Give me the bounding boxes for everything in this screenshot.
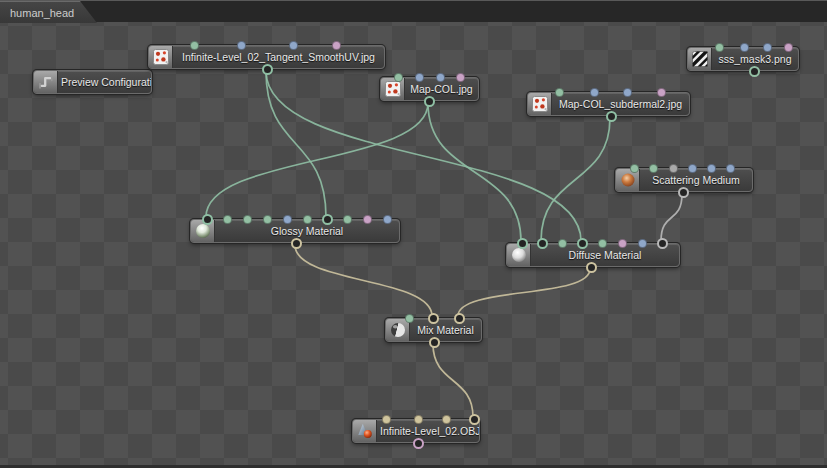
image-texture-icon (528, 93, 552, 115)
output-pin[interactable] (586, 262, 597, 273)
node-diffuse-material[interactable]: Diffuse Material (506, 243, 680, 267)
output-pin[interactable] (424, 96, 435, 107)
input-pin[interactable] (577, 238, 588, 249)
input-pin[interactable] (598, 239, 607, 248)
input-pin[interactable] (202, 214, 213, 225)
nodes-layer: Preview ConfigurationInfinite-Level_02_T… (0, 0, 827, 468)
node-glossy-material[interactable]: Glossy Material (190, 219, 400, 243)
output-pin[interactable] (291, 238, 302, 249)
input-pin[interactable] (558, 239, 567, 248)
input-pin[interactable] (517, 238, 528, 249)
output-pin[interactable] (749, 66, 760, 77)
input-pin[interactable] (243, 215, 252, 224)
node-title: Mix Material (410, 319, 481, 341)
node-preview-configuration[interactable]: Preview Configuration (33, 70, 152, 94)
input-pin[interactable] (688, 164, 697, 173)
input-pin[interactable] (638, 239, 647, 248)
input-pin[interactable] (623, 88, 632, 97)
node-obj-mesh[interactable]: Infinite-Level_02.OBJ (352, 419, 480, 443)
input-pin[interactable] (363, 215, 372, 224)
input-pin[interactable] (537, 238, 548, 249)
input-pin[interactable] (415, 73, 424, 82)
input-pin[interactable] (223, 215, 232, 224)
node-scattering-medium[interactable]: Scattering Medium (615, 168, 753, 192)
greyscale-image-icon (688, 48, 712, 70)
input-pin[interactable] (454, 313, 465, 324)
input-pin[interactable] (289, 41, 298, 50)
input-pin[interactable] (343, 215, 352, 224)
input-pin[interactable] (784, 43, 793, 52)
input-pin[interactable] (442, 415, 451, 424)
input-pin[interactable] (740, 43, 749, 52)
node-map-col[interactable]: Map-COL.jpg (380, 77, 479, 101)
input-pin[interactable] (657, 238, 668, 249)
input-pin[interactable] (303, 215, 312, 224)
input-pin[interactable] (763, 43, 772, 52)
input-pin[interactable] (263, 215, 272, 224)
input-pin[interactable] (190, 41, 199, 50)
node-sss-mask3[interactable]: sss_mask3.png (687, 47, 799, 71)
tab-bar: human_head (0, 0, 827, 22)
node-map-col-subdermal2[interactable]: Map-COL_subdermal2.jpg (527, 92, 690, 116)
input-pin[interactable] (332, 41, 341, 50)
input-pin[interactable] (456, 73, 465, 82)
input-pin[interactable] (382, 415, 391, 424)
input-pin[interactable] (394, 73, 403, 82)
image-texture-icon (381, 78, 405, 100)
input-pin[interactable] (383, 215, 392, 224)
input-pin[interactable] (283, 215, 292, 224)
node-graph-editor[interactable]: Preview ConfigurationInfinite-Level_02_T… (0, 0, 827, 468)
node-title: Preview Configuration (58, 71, 151, 93)
output-pin[interactable] (606, 111, 617, 122)
input-pin[interactable] (618, 239, 627, 248)
node-title: Map-COL_subdermal2.jpg (552, 93, 689, 115)
tab-human-head[interactable]: human_head (0, 1, 97, 23)
node-mix-material[interactable]: Mix Material (385, 318, 482, 342)
input-pin[interactable] (555, 88, 564, 97)
image-texture-icon (149, 46, 173, 68)
input-pin[interactable] (726, 164, 735, 173)
input-pin[interactable] (590, 88, 599, 97)
output-pin[interactable] (678, 187, 689, 198)
input-pin[interactable] (414, 415, 423, 424)
preview-config-icon (34, 71, 58, 93)
node-title: Scattering Medium (640, 169, 752, 191)
mesh-icon (353, 420, 377, 442)
node-title: Infinite-Level_02.OBJ (377, 420, 479, 442)
input-pin[interactable] (715, 43, 724, 52)
node-title: Diffuse Material (531, 244, 679, 266)
input-pin[interactable] (630, 164, 639, 173)
node-tangent-texture[interactable]: Infinite-Level_02_Tangent_SmoothUV.jpg (148, 45, 385, 69)
input-pin[interactable] (322, 214, 333, 225)
input-pin[interactable] (669, 164, 678, 173)
output-pin[interactable] (262, 64, 273, 75)
input-pin[interactable] (237, 41, 246, 50)
input-pin[interactable] (657, 88, 666, 97)
input-pin[interactable] (707, 164, 716, 173)
output-pin[interactable] (429, 337, 440, 348)
input-pin[interactable] (428, 313, 439, 324)
input-pin[interactable] (469, 414, 480, 425)
output-pin[interactable] (413, 438, 424, 449)
input-pin[interactable] (649, 164, 658, 173)
node-title: Infinite-Level_02_Tangent_SmoothUV.jpg (173, 46, 384, 68)
input-pin[interactable] (436, 73, 445, 82)
input-pin[interactable] (405, 314, 414, 323)
